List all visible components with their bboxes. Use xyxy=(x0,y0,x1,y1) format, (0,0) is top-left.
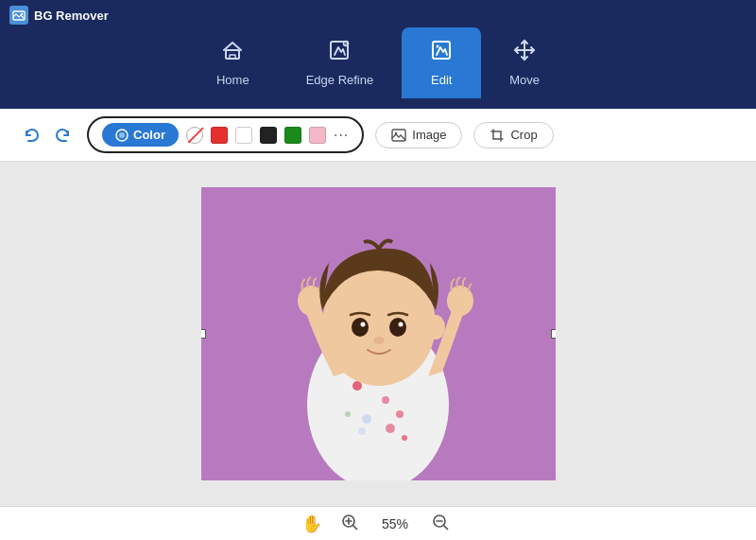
svg-point-19 xyxy=(386,424,395,433)
no-color-button[interactable] xyxy=(186,127,203,144)
more-colors-button[interactable]: ··· xyxy=(334,127,349,144)
swatch-green[interactable] xyxy=(284,127,301,144)
crop-handle-middle-right[interactable] xyxy=(551,329,556,339)
svg-point-18 xyxy=(345,411,351,417)
color-toolbar-group: Color ··· xyxy=(87,116,364,153)
nav-bar: Home Edge Refine xyxy=(9,27,747,98)
nav-item-edge-refine[interactable]: Edge Refine xyxy=(278,27,403,98)
nav-item-home[interactable]: Home xyxy=(188,27,278,98)
svg-point-21 xyxy=(402,435,407,441)
app-icon xyxy=(9,6,28,25)
svg-point-31 xyxy=(313,315,332,340)
app-title: BG Remover xyxy=(9,6,109,25)
toolbar: Color ··· Image Crop xyxy=(0,109,756,162)
swatch-pink[interactable] xyxy=(309,127,326,144)
color-button[interactable]: Color xyxy=(102,123,179,147)
svg-point-1 xyxy=(21,13,23,15)
zoom-out-button[interactable] xyxy=(426,512,455,536)
svg-point-17 xyxy=(396,410,404,418)
nav-home-label: Home xyxy=(216,73,249,87)
svg-rect-3 xyxy=(230,55,235,59)
nav-move-label: Move xyxy=(509,73,540,87)
crop-button[interactable]: Crop xyxy=(473,122,553,148)
svg-point-29 xyxy=(398,322,403,327)
svg-point-16 xyxy=(362,414,371,424)
pan-tool-icon[interactable]: ✋ xyxy=(301,514,322,534)
canvas-area xyxy=(0,162,756,506)
zoom-in-button[interactable] xyxy=(335,512,364,536)
image-container xyxy=(201,187,556,480)
move-icon xyxy=(513,39,536,67)
nav-edit-label: Edit xyxy=(431,73,452,87)
home-icon xyxy=(221,39,244,67)
svg-point-20 xyxy=(358,427,366,435)
nav-item-edit[interactable]: Edit xyxy=(402,27,481,98)
image-button[interactable]: Image xyxy=(375,122,462,148)
svg-point-30 xyxy=(373,337,385,344)
svg-point-9 xyxy=(119,132,125,138)
nav-edge-refine-label: Edge Refine xyxy=(306,73,374,87)
nav-item-move[interactable]: Move xyxy=(481,27,568,98)
svg-point-15 xyxy=(382,396,389,404)
svg-point-11 xyxy=(395,131,398,134)
svg-point-26 xyxy=(352,318,369,337)
undo-button[interactable] xyxy=(19,122,45,148)
crop-handle-middle-left[interactable] xyxy=(201,329,206,339)
svg-point-7 xyxy=(437,45,439,48)
zoom-level: 55% xyxy=(377,516,413,531)
undo-redo-group xyxy=(19,122,76,148)
edge-refine-icon xyxy=(328,39,351,67)
svg-point-27 xyxy=(389,318,406,337)
swatch-black[interactable] xyxy=(260,127,277,144)
svg-point-32 xyxy=(426,315,445,340)
swatch-red[interactable] xyxy=(211,127,228,144)
swatch-white[interactable] xyxy=(235,127,252,144)
redo-button[interactable] xyxy=(49,122,76,148)
svg-point-28 xyxy=(360,322,365,327)
edit-icon xyxy=(430,39,453,67)
status-bar: ✋ 55% xyxy=(0,506,756,540)
photo-display xyxy=(201,187,556,480)
svg-point-14 xyxy=(352,381,362,391)
